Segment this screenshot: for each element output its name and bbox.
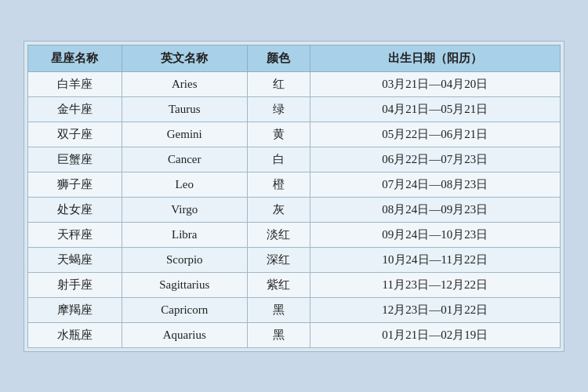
cell-english: Cancer bbox=[122, 147, 247, 172]
cell-color: 橙 bbox=[247, 172, 310, 197]
cell-english: Taurus bbox=[122, 96, 247, 122]
zodiac-table-container: 星座名称 英文名称 颜色 出生日期（阳历） 白羊座Aries红03月21日—04… bbox=[24, 41, 564, 352]
cell-date: 09月24日—10月23日 bbox=[310, 222, 560, 247]
cell-color: 白 bbox=[247, 147, 310, 172]
header-date: 出生日期（阳历） bbox=[310, 45, 560, 71]
table-row: 双子座Gemini黄05月22日—06月21日 bbox=[28, 122, 561, 147]
header-color: 颜色 bbox=[247, 45, 310, 71]
table-body: 白羊座Aries红03月21日—04月20日金牛座Taurus绿04月21日—0… bbox=[28, 71, 561, 347]
cell-color: 黄 bbox=[247, 122, 310, 147]
table-row: 天秤座Libra淡红09月24日—10月23日 bbox=[28, 222, 561, 247]
cell-chinese: 白羊座 bbox=[28, 71, 122, 96]
cell-chinese: 水瓶座 bbox=[28, 322, 122, 347]
cell-date: 06月22日—07月23日 bbox=[310, 147, 560, 172]
cell-date: 11月23日—12月22日 bbox=[310, 272, 560, 297]
table-row: 天蝎座Scorpio深红10月24日—11月22日 bbox=[28, 247, 561, 272]
table-row: 狮子座Leo橙07月24日—08月23日 bbox=[28, 172, 561, 197]
cell-date: 04月21日—05月21日 bbox=[310, 96, 560, 122]
cell-chinese: 天蝎座 bbox=[28, 247, 122, 272]
table-row: 处女座Virgo灰08月24日—09月23日 bbox=[28, 197, 561, 222]
cell-chinese: 巨蟹座 bbox=[28, 147, 122, 172]
cell-english: Aries bbox=[122, 71, 247, 96]
cell-chinese: 狮子座 bbox=[28, 172, 122, 197]
cell-date: 03月21日—04月20日 bbox=[310, 71, 560, 96]
zodiac-table: 星座名称 英文名称 颜色 出生日期（阳历） 白羊座Aries红03月21日—04… bbox=[27, 45, 561, 348]
cell-color: 紫红 bbox=[247, 272, 310, 297]
cell-color: 淡红 bbox=[247, 222, 310, 247]
cell-chinese: 摩羯座 bbox=[28, 297, 122, 322]
cell-color: 绿 bbox=[247, 96, 310, 122]
cell-english: Aquarius bbox=[122, 322, 247, 347]
cell-chinese: 双子座 bbox=[28, 122, 122, 147]
cell-chinese: 射手座 bbox=[28, 272, 122, 297]
cell-date: 08月24日—09月23日 bbox=[310, 197, 560, 222]
table-row: 水瓶座Aquarius黑01月21日—02月19日 bbox=[28, 322, 561, 347]
cell-color: 灰 bbox=[247, 197, 310, 222]
cell-color: 黑 bbox=[247, 322, 310, 347]
cell-color: 红 bbox=[247, 71, 310, 96]
cell-chinese: 处女座 bbox=[28, 197, 122, 222]
cell-english: Libra bbox=[122, 222, 247, 247]
cell-chinese: 天秤座 bbox=[28, 222, 122, 247]
table-row: 白羊座Aries红03月21日—04月20日 bbox=[28, 71, 561, 96]
cell-date: 01月21日—02月19日 bbox=[310, 322, 560, 347]
cell-english: Capricorn bbox=[122, 297, 247, 322]
cell-date: 07月24日—08月23日 bbox=[310, 172, 560, 197]
cell-english: Virgo bbox=[122, 197, 247, 222]
cell-date: 12月23日—01月22日 bbox=[310, 297, 560, 322]
table-row: 射手座Sagittarius紫红11月23日—12月22日 bbox=[28, 272, 561, 297]
cell-color: 深红 bbox=[247, 247, 310, 272]
table-header-row: 星座名称 英文名称 颜色 出生日期（阳历） bbox=[28, 45, 561, 71]
cell-date: 10月24日—11月22日 bbox=[310, 247, 560, 272]
header-english-name: 英文名称 bbox=[122, 45, 247, 71]
table-row: 摩羯座Capricorn黑12月23日—01月22日 bbox=[28, 297, 561, 322]
cell-color: 黑 bbox=[247, 297, 310, 322]
cell-chinese: 金牛座 bbox=[28, 96, 122, 122]
cell-english: Sagittarius bbox=[122, 272, 247, 297]
cell-english: Leo bbox=[122, 172, 247, 197]
header-chinese-name: 星座名称 bbox=[28, 45, 122, 71]
table-row: 金牛座Taurus绿04月21日—05月21日 bbox=[28, 96, 561, 122]
table-row: 巨蟹座Cancer白06月22日—07月23日 bbox=[28, 147, 561, 172]
cell-date: 05月22日—06月21日 bbox=[310, 122, 560, 147]
cell-english: Scorpio bbox=[122, 247, 247, 272]
cell-english: Gemini bbox=[122, 122, 247, 147]
